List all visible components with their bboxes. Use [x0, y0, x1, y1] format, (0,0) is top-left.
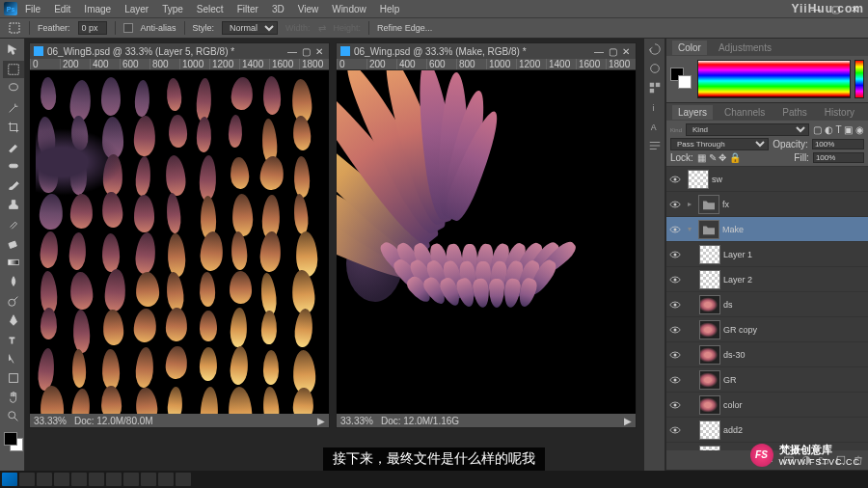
doc1-close-icon[interactable]: ✕ — [313, 46, 325, 57]
panel-swatches[interactable] — [670, 68, 693, 91]
layer-name[interactable]: fx — [722, 200, 866, 209]
visibility-icon[interactable] — [668, 348, 682, 362]
menu-view[interactable]: View — [292, 2, 325, 16]
filter-icons[interactable]: ▢ ◐ T ▣ ◉ — [813, 124, 864, 135]
disclosure-icon[interactable]: ▸ — [688, 200, 695, 208]
path-tool[interactable] — [3, 350, 24, 367]
menu-window[interactable]: Window — [326, 2, 372, 16]
taskbar-item[interactable] — [54, 473, 69, 486]
menu-file[interactable]: File — [19, 2, 46, 16]
layer-row[interactable]: sw — [666, 167, 868, 192]
doc2-min-icon[interactable]: — — [593, 46, 605, 57]
para-tab-icon[interactable] — [646, 137, 663, 154]
visibility-icon[interactable] — [668, 323, 682, 337]
doc2-titlebar[interactable]: 06_Wing.psd @ 33.3% (Make, RGB/8) * —▢✕ — [337, 43, 636, 59]
doc1-min-icon[interactable]: — — [286, 46, 298, 57]
layers-tab[interactable]: Layers — [672, 105, 713, 120]
blur-tool[interactable] — [3, 273, 24, 290]
doc1-max-icon[interactable]: ▢ — [300, 46, 312, 57]
color-tab[interactable]: Color — [672, 41, 707, 55]
doc2-canvas[interactable] — [337, 70, 636, 414]
layer-name[interactable]: ds-30 — [723, 350, 866, 360]
taskbar-item[interactable] — [141, 473, 156, 486]
refine-edge-button[interactable]: Refine Edge... — [377, 23, 432, 33]
visibility-icon[interactable] — [668, 373, 682, 387]
dodge-tool[interactable] — [3, 292, 24, 310]
hue-bar[interactable] — [854, 60, 864, 98]
brush-tool[interactable] — [3, 176, 24, 194]
layer-row[interactable]: color — [666, 393, 868, 418]
wand-tool[interactable] — [3, 99, 24, 117]
taskbar-item[interactable] — [123, 473, 139, 486]
layer-name[interactable]: Make — [722, 225, 866, 234]
kind-select[interactable]: Kind — [686, 123, 809, 136]
foreground-swatch[interactable] — [4, 432, 17, 446]
adjustments-tab[interactable]: Adjustments — [713, 41, 777, 55]
taskbar-item[interactable] — [71, 473, 87, 486]
visibility-icon[interactable] — [668, 298, 682, 312]
history-tab[interactable]: History — [819, 105, 860, 120]
menu-help[interactable]: Help — [374, 2, 406, 16]
feather-input[interactable] — [78, 21, 107, 35]
antialias-checkbox[interactable] — [123, 23, 133, 33]
hand-tool[interactable] — [3, 389, 24, 406]
lasso-tool[interactable] — [3, 80, 24, 97]
char-tab-icon[interactable]: A — [646, 118, 663, 135]
layer-row[interactable]: Layer 1 — [666, 242, 868, 267]
brush-tab-icon[interactable] — [646, 60, 663, 77]
start-button[interactable] — [2, 473, 17, 486]
layer-name[interactable]: color — [723, 400, 866, 410]
layer-row[interactable]: GR — [666, 367, 868, 393]
taskbar-item[interactable] — [19, 473, 35, 486]
visibility-icon[interactable] — [668, 248, 682, 261]
blend-mode-select[interactable]: Pass Through — [670, 138, 769, 150]
layer-row[interactable]: ▾Make — [666, 217, 868, 242]
opacity-input[interactable] — [812, 139, 864, 149]
zoom-tool[interactable] — [3, 408, 24, 425]
layer-name[interactable]: ds — [723, 300, 866, 310]
taskbar-item[interactable] — [158, 473, 174, 486]
visibility-icon[interactable] — [668, 223, 682, 236]
layer-row[interactable]: Layer 2 — [666, 267, 868, 292]
layer-name[interactable]: GR copy — [723, 325, 866, 335]
lock-icons[interactable]: ▦ ✎ ✥ 🔒 — [697, 152, 741, 163]
history-brush-tool[interactable] — [3, 215, 24, 232]
doc2-max-icon[interactable]: ▢ — [607, 46, 618, 57]
menu-edit[interactable]: Edit — [48, 2, 76, 16]
visibility-icon[interactable] — [668, 198, 682, 211]
layer-list[interactable]: sw▸fx▾MakeLayer 1Layer 2dsGR copyds-30GR… — [666, 167, 868, 450]
layer-row[interactable]: ▸fx — [666, 192, 868, 217]
menu-type[interactable]: Type — [156, 2, 189, 16]
menu-3d[interactable]: 3D — [266, 2, 290, 16]
eyedropper-tool[interactable] — [3, 138, 24, 155]
type-tool[interactable]: T — [3, 331, 24, 348]
color-ramp[interactable] — [697, 60, 851, 98]
layer-name[interactable]: Layer 1 — [723, 250, 866, 259]
shape-tool[interactable] — [3, 369, 24, 387]
layer-row[interactable]: ds — [666, 292, 868, 317]
pen-tool[interactable] — [3, 312, 24, 329]
visibility-icon[interactable] — [668, 273, 682, 286]
doc2-zoom[interactable]: 33.33% — [340, 416, 373, 426]
crop-tool[interactable] — [3, 119, 24, 136]
paths-tab[interactable]: Paths — [776, 105, 813, 120]
menu-image[interactable]: Image — [78, 2, 117, 16]
history-tab-icon[interactable] — [646, 41, 663, 58]
gradient-tool[interactable] — [3, 254, 24, 271]
layer-name[interactable]: GR — [723, 375, 866, 385]
layer-name[interactable]: Layer 2 — [723, 275, 866, 285]
taskbar-item[interactable] — [176, 473, 191, 486]
visibility-icon[interactable] — [668, 398, 682, 412]
move-tool[interactable] — [3, 41, 24, 59]
swatch-tab-icon[interactable] — [646, 79, 663, 96]
channels-tab[interactable]: Channels — [719, 105, 771, 120]
doc1-canvas[interactable] — [30, 70, 329, 414]
layer-row[interactable]: add2 — [666, 418, 868, 443]
taskbar-item[interactable] — [37, 473, 52, 486]
layer-name[interactable]: sw — [712, 175, 866, 184]
doc2-close-icon[interactable]: ✕ — [620, 46, 632, 57]
taskbar-item[interactable] — [89, 473, 104, 486]
menu-filter[interactable]: Filter — [231, 2, 264, 16]
fill-input[interactable] — [813, 152, 864, 163]
visibility-icon[interactable] — [668, 423, 682, 437]
